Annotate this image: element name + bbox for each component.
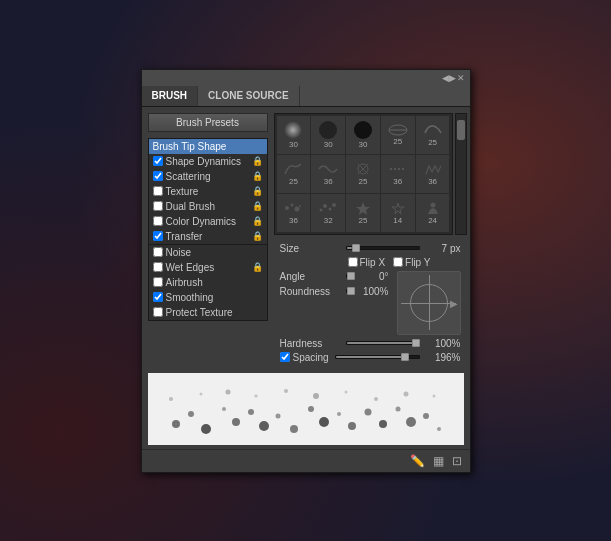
brush-cell-8[interactable]: 25: [346, 155, 380, 193]
option-wet-edges[interactable]: Wet Edges 🔒: [149, 260, 267, 275]
option-label: Airbrush: [166, 277, 203, 288]
checkbox-color-dynamics[interactable]: [153, 216, 163, 226]
lock-icon: 🔒: [252, 171, 263, 181]
option-label: Brush Tip Shape: [153, 141, 227, 152]
brush-size: 36: [289, 216, 298, 225]
option-protect-texture[interactable]: Protect Texture: [149, 305, 267, 320]
roundness-value: 100%: [354, 286, 389, 297]
option-color-dynamics[interactable]: Color Dynamics 🔒: [149, 214, 267, 229]
brush-cell-9[interactable]: 36: [381, 155, 415, 193]
left-column: Brush Presets Brush Tip Shape Shape Dyna…: [148, 113, 268, 367]
brush-thumb: [423, 162, 443, 176]
angle-label: Angle: [280, 271, 340, 282]
spacing-checkbox[interactable]: [280, 352, 290, 362]
brush-preview-svg: [156, 374, 456, 444]
brush-cell-15[interactable]: 24: [416, 194, 450, 232]
option-airbrush[interactable]: Airbrush: [149, 275, 267, 290]
option-label: Noise: [166, 247, 192, 258]
tab-bar: BRUSH CLONE SOURCE: [142, 86, 470, 107]
spacing-value: 196%: [426, 352, 461, 363]
checkbox-protect-texture[interactable]: [153, 307, 163, 317]
option-texture[interactable]: Texture 🔒: [149, 184, 267, 199]
tab-brush[interactable]: BRUSH: [142, 86, 199, 106]
brush-cell-2[interactable]: 30: [311, 116, 345, 154]
option-label: Scattering: [166, 171, 211, 182]
option-scattering[interactable]: Scattering 🔒: [149, 169, 267, 184]
option-dual-brush[interactable]: Dual Brush 🔒: [149, 199, 267, 214]
brush-cell-3[interactable]: 30: [346, 116, 380, 154]
close-icon[interactable]: ✕: [456, 73, 466, 83]
lock-icon: 🔒: [252, 231, 263, 241]
brush-cell-5[interactable]: 25: [416, 116, 450, 154]
checkbox-texture[interactable]: [153, 186, 163, 196]
brush-cell-6[interactable]: 25: [277, 155, 311, 193]
svg-point-43: [374, 397, 378, 401]
svg-point-31: [379, 420, 387, 428]
flip-x-label[interactable]: Flip X: [348, 257, 386, 268]
lock-icon: 🔒: [252, 216, 263, 226]
checkbox-noise[interactable]: [153, 247, 163, 257]
brush-cell-4[interactable]: 25: [381, 116, 415, 154]
brush-size: 25: [359, 216, 368, 225]
size-slider-track[interactable]: [346, 246, 420, 250]
brush-cell-13[interactable]: 25: [346, 194, 380, 232]
brush-thumb: [388, 124, 408, 136]
checkbox-wet-edges[interactable]: [153, 262, 163, 272]
svg-point-6: [285, 206, 289, 210]
flip-y-label[interactable]: Flip Y: [393, 257, 430, 268]
svg-point-22: [248, 409, 254, 415]
brush-cell-7[interactable]: 36: [311, 155, 345, 193]
angle-slider[interactable]: [346, 274, 348, 278]
brush-grid-scrollbar[interactable]: [455, 113, 467, 235]
hardness-slider[interactable]: [346, 341, 420, 345]
option-noise[interactable]: Noise: [149, 245, 267, 260]
brush-panel: ◀▶ ✕ BRUSH CLONE SOURCE Brush Presets Br…: [141, 69, 471, 473]
svg-point-41: [313, 393, 319, 399]
svg-point-11: [323, 204, 327, 208]
option-shape-dynamics[interactable]: Shape Dynamics 🔒: [149, 154, 267, 169]
svg-point-23: [259, 421, 269, 431]
brush-cell-14[interactable]: 14: [381, 194, 415, 232]
svg-point-16: [430, 202, 435, 207]
roundness-slider[interactable]: [346, 289, 348, 293]
checkbox-scattering[interactable]: [153, 171, 163, 181]
svg-point-17: [172, 420, 180, 428]
brush-size: 30: [289, 140, 298, 149]
brush-cell-12[interactable]: 32: [311, 194, 345, 232]
brush-cell-10[interactable]: 36: [416, 155, 450, 193]
option-transfer[interactable]: Transfer 🔒: [149, 229, 267, 244]
svg-marker-14: [356, 202, 370, 215]
panel-options-icon[interactable]: ⊡: [450, 452, 464, 470]
flip-y-checkbox[interactable]: [393, 257, 403, 267]
svg-point-29: [348, 422, 356, 430]
tab-clone-source[interactable]: CLONE SOURCE: [198, 86, 300, 106]
angle-roundness-labels: Angle 0° Roundness: [280, 271, 389, 297]
option-label: Protect Texture: [166, 307, 233, 318]
brush-tool-icon[interactable]: ✏️: [408, 452, 427, 470]
spacing-slider[interactable]: [335, 355, 420, 359]
brush-cell-11[interactable]: 36: [277, 194, 311, 232]
svg-point-39: [254, 394, 257, 397]
checkbox-dual-brush[interactable]: [153, 201, 163, 211]
brush-presets-button[interactable]: Brush Presets: [148, 113, 268, 132]
collapse-icon[interactable]: ◀▶: [444, 73, 454, 83]
lock-icon: 🔒: [252, 262, 263, 272]
option-smoothing[interactable]: Smoothing: [149, 290, 267, 305]
grid-icon[interactable]: ▦: [431, 452, 446, 470]
checkbox-shape-dynamics[interactable]: [153, 156, 163, 166]
brush-cell-1[interactable]: 30: [277, 116, 311, 154]
svg-point-34: [423, 413, 429, 419]
angle-row: Angle 0°: [280, 271, 389, 282]
option-label: Dual Brush: [166, 201, 215, 212]
checkbox-transfer[interactable]: [153, 231, 163, 241]
option-brush-tip-shape[interactable]: Brush Tip Shape: [149, 139, 267, 154]
svg-point-36: [169, 397, 173, 401]
checkbox-airbrush[interactable]: [153, 277, 163, 287]
flip-x-checkbox[interactable]: [348, 257, 358, 267]
svg-point-37: [199, 392, 202, 395]
checkbox-smoothing[interactable]: [153, 292, 163, 302]
size-value: 7 px: [426, 243, 461, 254]
brush-preview-area: [148, 373, 464, 445]
spacing-checkbox-label[interactable]: Spacing: [280, 352, 329, 363]
svg-point-12: [329, 207, 332, 210]
